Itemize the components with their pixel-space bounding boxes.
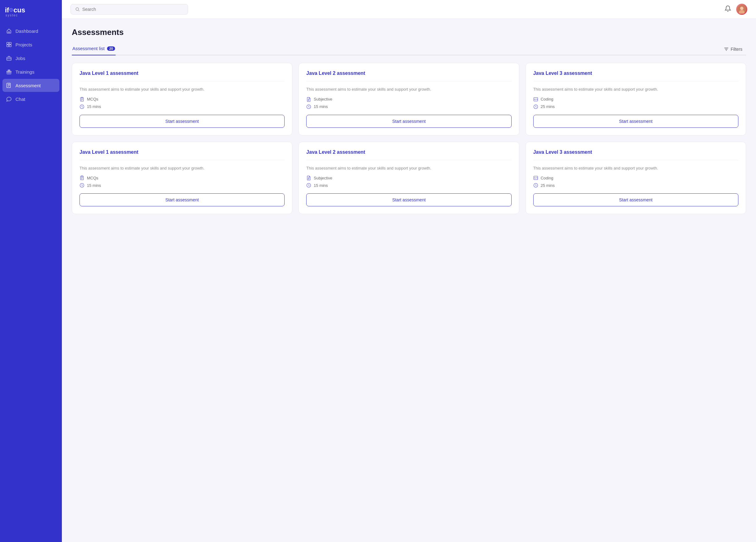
card-title: Java Level 2 assessment: [306, 149, 511, 155]
card-duration: 25 mins: [533, 183, 738, 188]
assessment-card: Java Level 2 assessment This assessment …: [299, 63, 519, 135]
start-assessment-button[interactable]: Start assessment: [79, 193, 285, 206]
card-description: This assessment aims to estimate your sk…: [79, 86, 285, 92]
tab-assessment-badge: 20: [107, 46, 115, 51]
sidebar-item-assessment[interactable]: Assessment: [2, 79, 59, 92]
home-icon: [6, 28, 12, 34]
card-title: Java Level 3 assessment: [533, 71, 738, 76]
assessment-cards-row2: Java Level 1 assessment This assessment …: [72, 142, 746, 214]
sidebar-logo: if cus systec: [0, 0, 62, 24]
start-assessment-button[interactable]: Start assessment: [306, 193, 511, 206]
book-icon: [6, 83, 12, 88]
card-meta: Coding 25 mins: [533, 175, 738, 188]
svg-rect-2: [7, 45, 9, 47]
svg-rect-3: [9, 45, 11, 47]
start-assessment-button[interactable]: Start assessment: [533, 115, 738, 128]
clipboard-icon: [79, 175, 84, 180]
card-type: Subjective: [306, 175, 511, 180]
card-duration: 15 mins: [306, 104, 511, 109]
sidebar-label-assessment: Assessment: [15, 83, 41, 88]
user-avatar[interactable]: [736, 4, 747, 15]
card-duration-label: 15 mins: [87, 104, 101, 109]
search-icon: [75, 7, 80, 12]
clock-icon: [79, 183, 84, 188]
sidebar-label-chat: Chat: [15, 97, 25, 102]
sidebar-label-jobs: Jobs: [15, 56, 25, 61]
card-title: Java Level 1 assessment: [79, 71, 285, 76]
card-duration: 25 mins: [533, 104, 738, 109]
main-content: Assessments Assessment list 20 Filters J…: [62, 0, 756, 542]
card-meta: Subjective 15 mins: [306, 175, 511, 188]
card-duration: 15 mins: [79, 183, 285, 188]
card-type: Subjective: [306, 97, 511, 102]
card-type-label: Coding: [541, 97, 553, 101]
search-input[interactable]: [82, 7, 183, 12]
card-description: This assessment aims to estimate your sk…: [306, 86, 511, 92]
card-divider: [533, 160, 738, 160]
card-divider: [79, 160, 285, 160]
tab-assessment-list-label: Assessment list: [72, 46, 105, 51]
sidebar-item-trainings[interactable]: Trainings: [2, 65, 59, 78]
card-description: This assessment aims to estimate your sk…: [533, 165, 738, 171]
code-icon: [533, 175, 538, 180]
page-title: Assessments: [72, 28, 746, 37]
sidebar-label-trainings: Trainings: [15, 69, 34, 75]
card-divider: [306, 81, 511, 81]
clock-icon: [79, 104, 84, 109]
svg-point-8: [76, 8, 79, 11]
notification-bell[interactable]: [724, 5, 731, 13]
sidebar: if cus systec Dashboard: [0, 0, 62, 542]
card-type-label: Subjective: [314, 97, 332, 101]
card-meta: MCQs 15 mins: [79, 97, 285, 109]
card-type: MCQs: [79, 97, 285, 102]
card-duration: 15 mins: [306, 183, 511, 188]
card-description: This assessment aims to estimate your sk…: [306, 165, 511, 171]
card-duration-label: 15 mins: [314, 104, 328, 109]
tabs-bar: Assessment list 20 Filters: [72, 43, 746, 55]
card-meta: MCQs 15 mins: [79, 175, 285, 188]
card-type-label: Subjective: [314, 176, 332, 180]
assessment-card: Java Level 2 assessment This assessment …: [299, 142, 519, 214]
card-type: Coding: [533, 175, 738, 180]
svg-rect-0: [7, 42, 9, 44]
sidebar-label-projects: Projects: [15, 42, 32, 47]
header: [62, 0, 756, 19]
card-meta: Coding 25 mins: [533, 97, 738, 109]
card-duration-label: 25 mins: [541, 104, 555, 109]
start-assessment-button[interactable]: Start assessment: [79, 115, 285, 128]
assessment-card: Java Level 1 assessment This assessment …: [72, 142, 292, 214]
gift-icon: [6, 69, 12, 75]
card-type-label: Coding: [541, 176, 553, 180]
tab-assessment-list[interactable]: Assessment list 20: [72, 43, 116, 55]
search-bar[interactable]: [71, 4, 188, 15]
filters-label: Filters: [731, 47, 742, 52]
sidebar-label-dashboard: Dashboard: [15, 28, 38, 34]
start-assessment-button[interactable]: Start assessment: [306, 115, 511, 128]
filter-icon: [724, 47, 729, 52]
svg-rect-1: [9, 42, 11, 44]
clipboard-icon: [79, 97, 84, 102]
card-type: Coding: [533, 97, 738, 102]
assessment-card: Java Level 3 assessment This assessment …: [526, 142, 746, 214]
card-title: Java Level 2 assessment: [306, 71, 511, 76]
card-type: MCQs: [79, 175, 285, 180]
header-actions: [724, 4, 747, 15]
sidebar-item-dashboard[interactable]: Dashboard: [2, 24, 59, 37]
sidebar-item-chat[interactable]: Chat: [2, 92, 59, 105]
card-divider: [533, 81, 738, 81]
svg-point-10: [740, 6, 744, 10]
card-duration-label: 25 mins: [541, 183, 555, 188]
clock-icon: [306, 104, 311, 109]
sidebar-item-jobs[interactable]: Jobs: [2, 52, 59, 65]
filters-button[interactable]: Filters: [720, 45, 746, 54]
document-icon: [306, 97, 311, 102]
card-meta: Subjective 15 mins: [306, 97, 511, 109]
page-content: Assessments Assessment list 20 Filters J…: [62, 19, 756, 542]
start-assessment-button[interactable]: Start assessment: [533, 193, 738, 206]
logo-subtitle: systec: [6, 14, 25, 17]
clock-icon: [306, 183, 311, 188]
document-icon: [306, 175, 311, 180]
card-title: Java Level 1 assessment: [79, 149, 285, 155]
card-description: This assessment aims to estimate your sk…: [533, 86, 738, 92]
sidebar-item-projects[interactable]: Projects: [2, 38, 59, 51]
